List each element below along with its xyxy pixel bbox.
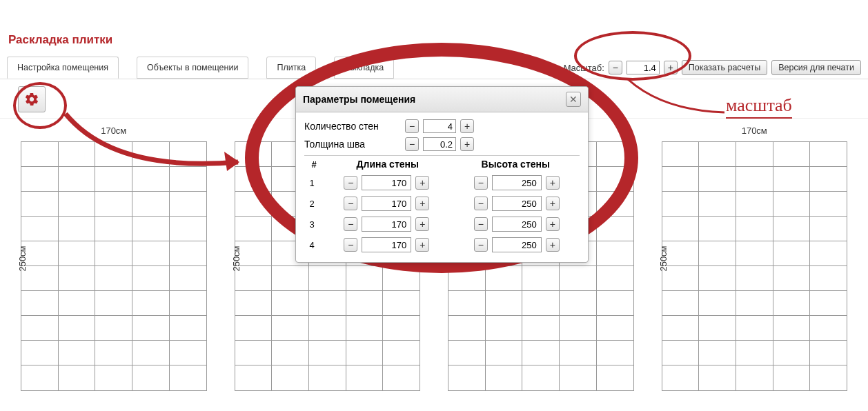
length-minus-button[interactable]: − — [344, 217, 357, 231]
tab-room-setup[interactable]: Настройка помещения — [7, 57, 119, 79]
length-minus-button[interactable]: − — [344, 197, 357, 210]
length-plus-button[interactable]: + — [415, 238, 429, 252]
tile-grid[interactable] — [662, 141, 848, 391]
plus-icon: + — [464, 121, 470, 131]
row-number: 1 — [304, 178, 319, 188]
tabs: Настройка помещения Объекты в помещении … — [7, 57, 394, 79]
wall-row: 3 − + − + — [304, 214, 580, 234]
wall-height-label: 250см — [17, 245, 28, 271]
length-minus-button[interactable]: − — [344, 238, 357, 252]
close-icon: ✕ — [569, 94, 578, 105]
right-controls: Масштаб: − + Показать расчеты Версия для… — [564, 60, 861, 75]
seam-minus-button[interactable]: − — [405, 137, 419, 151]
wall-length-input[interactable] — [362, 217, 411, 232]
gear-icon — [24, 92, 39, 107]
plus-icon: + — [550, 219, 555, 229]
settings-button[interactable] — [18, 86, 46, 112]
tab-tile[interactable]: Плитка — [266, 57, 316, 79]
close-button[interactable]: ✕ — [566, 92, 581, 107]
minus-icon: − — [409, 139, 415, 149]
seam-label: Толщина шва — [304, 139, 401, 150]
wall-height-label: 250см — [231, 245, 241, 271]
top-bar: Настройка помещения Объекты в помещении … — [0, 57, 868, 79]
height-minus-button[interactable]: − — [474, 217, 488, 231]
seam-input[interactable] — [423, 137, 456, 151]
plus-icon: + — [420, 199, 425, 208]
wall-count-minus-button[interactable]: − — [405, 119, 419, 133]
wall-count-label: Количество стен — [304, 121, 401, 132]
dialog-title: Параметры помещения — [303, 94, 566, 105]
height-plus-button[interactable]: + — [546, 197, 560, 210]
scale-minus-button[interactable]: − — [609, 61, 622, 74]
height-plus-button[interactable]: + — [546, 217, 560, 231]
minus-icon: − — [409, 121, 415, 131]
minus-icon: − — [478, 240, 484, 250]
minus-icon: − — [478, 178, 484, 188]
wall-width-label: 170см — [21, 126, 207, 136]
tab-layout[interactable]: Выкладка — [334, 57, 394, 79]
wall-height-input[interactable] — [492, 175, 542, 190]
dialog-body: Количество стен − + Толщина шва − + # Дл… — [296, 112, 588, 262]
wall-row: 1 − + − + — [304, 172, 580, 193]
room-params-dialog: Параметры помещения ✕ Количество стен − … — [295, 86, 589, 263]
wall-height-input[interactable] — [492, 217, 542, 232]
minus-icon: − — [348, 219, 353, 229]
height-plus-button[interactable]: + — [546, 176, 560, 190]
wall-table: # Длина стены Высота стены 1 − + − + — [304, 155, 580, 255]
wall-length-input[interactable] — [362, 196, 411, 211]
minus-icon: − — [348, 178, 353, 188]
row-number: 4 — [304, 240, 319, 250]
dialog-header[interactable]: Параметры помещения ✕ — [296, 87, 588, 112]
minus-icon: − — [478, 199, 484, 208]
height-minus-button[interactable]: − — [474, 238, 488, 252]
wall-count-plus-button[interactable]: + — [460, 119, 474, 133]
seam-plus-button[interactable]: + — [460, 137, 474, 151]
th-number: # — [304, 159, 324, 170]
height-minus-button[interactable]: − — [474, 197, 488, 210]
wall-height-label: 250см — [658, 245, 669, 271]
plus-icon: + — [420, 178, 425, 188]
plus-icon: + — [550, 178, 555, 188]
plus-icon: + — [550, 240, 555, 250]
tile-grid[interactable] — [21, 141, 207, 391]
wall-height-input[interactable] — [492, 196, 542, 211]
wall-row: 2 − + − + — [304, 193, 580, 214]
wall-count-input[interactable] — [423, 119, 456, 133]
length-plus-button[interactable]: + — [415, 197, 429, 210]
plus-icon: + — [420, 240, 425, 250]
minus-icon: − — [613, 63, 618, 72]
scale-input[interactable] — [627, 61, 660, 74]
length-minus-button[interactable]: − — [344, 176, 357, 190]
plus-icon: + — [420, 219, 425, 229]
plus-icon: + — [550, 199, 555, 208]
row-number: 3 — [304, 219, 319, 230]
minus-icon: − — [348, 199, 353, 208]
wall-length-input[interactable] — [362, 175, 411, 190]
th-length: Длина стены — [324, 159, 452, 170]
row-number: 2 — [304, 199, 319, 209]
wall-width-label: 170см — [662, 126, 848, 136]
show-calculations-button[interactable]: Показать расчеты — [682, 60, 767, 75]
length-plus-button[interactable]: + — [415, 176, 429, 190]
th-height: Высота стены — [452, 159, 580, 170]
scale-label: Масштаб: — [564, 63, 604, 73]
tab-objects[interactable]: Объекты в помещении — [137, 57, 248, 79]
wall-length-input[interactable] — [362, 237, 411, 252]
height-plus-button[interactable]: + — [546, 238, 560, 252]
page-title: Раскладка плитки — [0, 0, 868, 57]
length-plus-button[interactable]: + — [415, 217, 429, 231]
minus-icon: − — [348, 240, 353, 250]
wall-height-input[interactable] — [492, 237, 542, 252]
wall-row: 4 − + − + — [304, 234, 580, 255]
plus-icon: + — [464, 139, 470, 149]
wall-panel: 170см 250см — [662, 126, 848, 391]
height-minus-button[interactable]: − — [474, 176, 488, 190]
print-version-button[interactable]: Версия для печати — [771, 60, 861, 75]
scale-plus-button[interactable]: + — [664, 61, 678, 74]
minus-icon: − — [478, 219, 484, 229]
plus-icon: + — [668, 63, 673, 72]
wall-panel: 170см 250см — [21, 126, 207, 391]
